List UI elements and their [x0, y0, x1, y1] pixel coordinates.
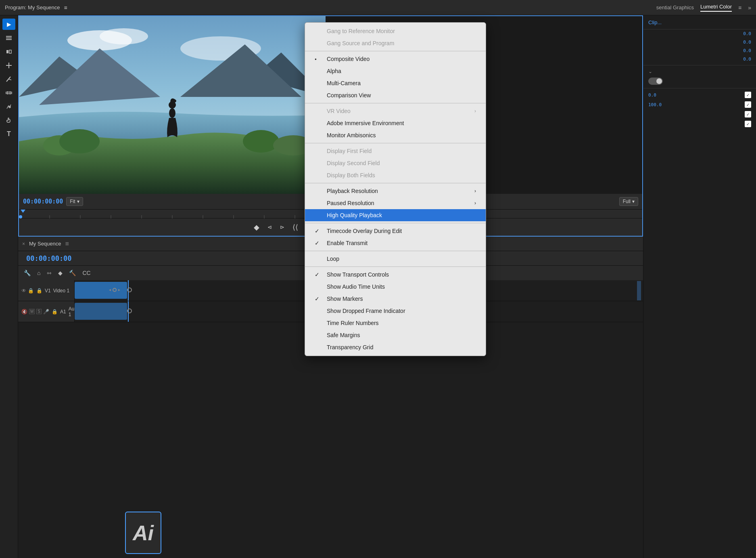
- svg-point-16: [59, 129, 100, 153]
- menu-label-display-both: Display Both Fields: [327, 172, 476, 178]
- track-end-marker: [127, 287, 132, 292]
- menu-label-transparency-grid: Transparency Grid: [327, 344, 476, 350]
- context-menu: Gang to Reference MonitorGang Source and…: [305, 22, 486, 356]
- menu-item-show-audio-time[interactable]: Show Audio Time Units: [305, 281, 486, 293]
- timeline-snap-btn[interactable]: ⌂: [36, 269, 42, 277]
- menu-item-show-markers[interactable]: ✓Show Markers: [305, 293, 486, 305]
- timeline-link-btn[interactable]: ⇿: [45, 269, 53, 277]
- menu-item-paused-resolution[interactable]: Paused Resolution›: [305, 197, 486, 209]
- audio-mute-icon[interactable]: 🔇: [21, 309, 27, 315]
- menu-label-multi-camera: Multi-Camera: [327, 80, 476, 86]
- rp-checkbox-2[interactable]: ✓: [745, 101, 751, 108]
- svg-rect-0: [6, 36, 12, 37]
- track-next-btn[interactable]: ▸: [118, 287, 120, 292]
- track-nav: ◂ ▸: [109, 287, 120, 292]
- rp-checkbox-4[interactable]: ✓: [745, 121, 751, 127]
- menu-divider-divider5: [305, 223, 486, 223]
- type-tool[interactable]: T: [2, 128, 15, 140]
- lumetri-val-1: 0.0: [743, 31, 751, 36]
- track-prev-btn[interactable]: ◂: [109, 287, 111, 292]
- panel-chevron-down[interactable]: ⌄: [648, 69, 652, 74]
- audio-clip[interactable]: [75, 303, 127, 320]
- menu-check-enable-transmit: ✓: [315, 240, 323, 246]
- timeline-select-tool[interactable]: 🔧: [22, 269, 32, 277]
- menu-item-multi-camera[interactable]: Multi-Camera: [305, 77, 486, 89]
- menu-item-adobe-immersive[interactable]: Adobe Immersive Environment: [305, 117, 486, 129]
- ripple-edit-tool[interactable]: [2, 46, 15, 57]
- timeline-close-btn[interactable]: ×: [22, 241, 25, 247]
- pen-tool[interactable]: [2, 101, 15, 112]
- step-back-btn[interactable]: ⟨⟨: [291, 221, 300, 233]
- menu-item-comparison-view[interactable]: Comparison View: [305, 89, 486, 101]
- menu-label-safe-margins: Safe Margins: [327, 332, 476, 338]
- menu-item-time-ruler[interactable]: Time Ruler Numbers: [305, 317, 486, 329]
- audio-solo-s-btn[interactable]: S: [36, 309, 42, 314]
- menu-check-show-transport: ✓: [315, 271, 323, 278]
- timeline-caption-btn[interactable]: CC: [81, 269, 92, 277]
- a1-lock-icon[interactable]: 🔒: [52, 309, 58, 315]
- menu-label-show-audio-time: Show Audio Time Units: [327, 283, 476, 290]
- audio-mic-icon[interactable]: 🎤: [43, 309, 49, 315]
- menu-divider-divider4: [305, 183, 486, 183]
- menu-item-loop[interactable]: Loop: [305, 253, 486, 265]
- menu-label-composite-video: Composite Video: [327, 56, 476, 62]
- timecode-marker: [637, 281, 641, 300]
- timeline-menu-icon[interactable]: ≡: [65, 240, 69, 248]
- track-controls-audio: 🔇 M S 🎤: [21, 309, 49, 315]
- hand-tool[interactable]: [2, 115, 15, 126]
- timeline-wrench-btn[interactable]: 🔨: [67, 269, 77, 277]
- mark-in-btn[interactable]: ◆: [252, 221, 261, 233]
- mark-out-btn[interactable]: ⊲: [266, 222, 274, 232]
- menu-divider-divider3: [305, 143, 486, 143]
- quality-dropdown[interactable]: Full ▾: [619, 197, 638, 206]
- rp-checkbox-3[interactable]: ✓: [745, 111, 751, 117]
- slip-tool[interactable]: [2, 87, 15, 99]
- menu-item-enable-transmit[interactable]: ✓Enable Transmit: [305, 237, 486, 249]
- razor-tool[interactable]: [2, 73, 15, 85]
- essential-graphics-tab[interactable]: sential Graphics: [656, 4, 694, 10]
- expand-icon[interactable]: »: [748, 4, 751, 11]
- menu-item-alpha[interactable]: Alpha: [305, 65, 486, 77]
- v1-lock-icon[interactable]: 🔒: [36, 288, 42, 294]
- panel-toggle[interactable]: [648, 78, 663, 85]
- menu-label-alpha: Alpha: [327, 68, 476, 74]
- rp-val-row-7: ✓: [643, 119, 756, 129]
- menu-item-playback-resolution[interactable]: Playback Resolution›: [305, 185, 486, 197]
- timeline-tab-label: My Sequence: [29, 241, 61, 247]
- audio-solo-btn[interactable]: M: [29, 309, 35, 314]
- menu-item-show-transport[interactable]: ✓Show Transport Controls: [305, 269, 486, 281]
- tab-menu-icon[interactable]: ≡: [738, 4, 741, 11]
- top-bar: Program: My Sequence ≡ sential Graphics …: [0, 0, 756, 15]
- track-center-marker: [113, 288, 117, 292]
- menu-item-composite-video[interactable]: ●Composite Video: [305, 53, 486, 65]
- menu-check-composite-video: ●: [315, 57, 323, 61]
- audio-track-id: A1: [60, 309, 66, 315]
- menu-item-monitor-ambisonics[interactable]: Monitor Ambisonics: [305, 129, 486, 141]
- menu-item-safe-margins[interactable]: Safe Margins: [305, 329, 486, 341]
- fit-dropdown[interactable]: Fit ▾: [66, 197, 83, 206]
- video-track-sync-icon[interactable]: 🔒: [28, 288, 34, 294]
- menu-item-show-dropped[interactable]: Show Dropped Frame Indicator: [305, 305, 486, 317]
- menu-item-timecode-overlay[interactable]: ✓Timecode Overlay During Edit: [305, 225, 486, 237]
- go-in-btn[interactable]: ⊳: [278, 222, 286, 232]
- svg-point-32: [19, 215, 22, 218]
- video-track-name: Video 1: [53, 288, 69, 294]
- move-tool[interactable]: [2, 60, 15, 71]
- menu-divider-divider2: [305, 103, 486, 103]
- rp-checkbox-1[interactable]: ✓: [745, 92, 751, 98]
- menu-item-transparency-grid[interactable]: Transparency Grid: [305, 341, 486, 353]
- lumetri-color-tab[interactable]: Lumetri Color: [700, 4, 732, 12]
- menu-divider-divider1: [305, 51, 486, 51]
- select-tool[interactable]: ▶: [2, 19, 15, 30]
- program-menu-icon[interactable]: ≡: [64, 4, 67, 11]
- svg-point-19: [169, 108, 175, 118]
- clip-link[interactable]: Clip...: [648, 19, 662, 25]
- menu-check-show-markers: ✓: [315, 296, 323, 302]
- menu-item-high-quality[interactable]: High Quality Playback: [305, 209, 486, 221]
- video-track-id: V1: [45, 288, 51, 294]
- timeline-marker-btn[interactable]: ◆: [56, 269, 64, 277]
- menu-arrow-vr-video: ›: [474, 108, 476, 114]
- video-track-eye-icon[interactable]: 👁: [21, 288, 26, 294]
- audio-track-header: 🔇 M S 🎤 🔒 A1 Audio 1: [18, 301, 75, 322]
- track-select-tool[interactable]: [2, 32, 15, 44]
